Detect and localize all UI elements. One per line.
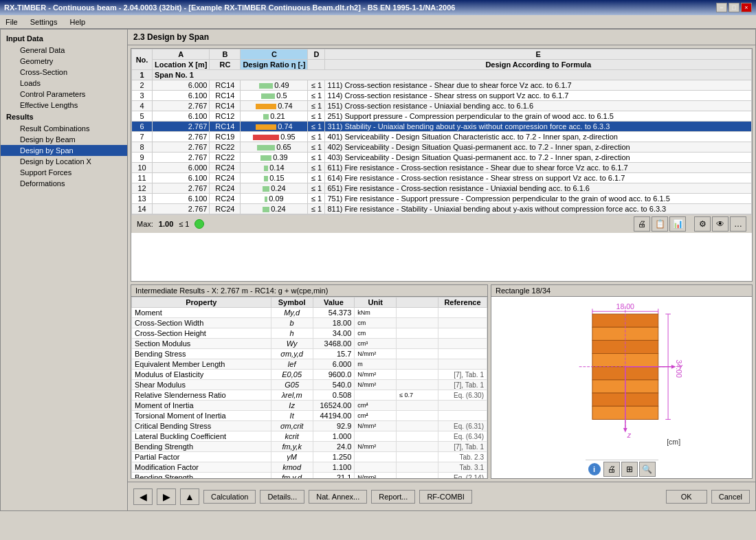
menu-settings[interactable]: Settings	[27, 17, 60, 27]
rf-combi-button[interactable]: RF-COMBI	[419, 490, 471, 504]
title-buttons: − □ ×	[716, 3, 752, 12]
main-container: Input Data General Data Geometry Cross-S…	[0, 29, 756, 511]
sidebar-item-design-by-beam[interactable]: Design by Beam	[1, 134, 127, 145]
row-no: 5	[132, 111, 153, 122]
cs-print-icon[interactable]: 🖨	[603, 462, 620, 477]
sidebar-item-geometry[interactable]: Geometry	[1, 56, 127, 67]
report-button[interactable]: Report...	[371, 490, 415, 504]
table-row[interactable]: 5 6.100 RC12 0.21 ≤ 1 251) Support press…	[132, 111, 752, 122]
row-leq: ≤ 1	[308, 183, 325, 194]
int-unit: N/mm²	[355, 370, 397, 380]
table-row[interactable]: 10 6.000 RC24 0.14 ≤ 1 611) Fire resista…	[132, 163, 752, 173]
col-leq-header	[308, 60, 325, 70]
sidebar-item-loads[interactable]: Loads	[1, 78, 127, 89]
intermediate-table-container[interactable]: Property Symbol Value Unit Reference Mom…	[131, 297, 487, 478]
row-ratio: 0.5	[241, 91, 308, 101]
cs-zoom-icon[interactable]: 🔍	[639, 462, 656, 477]
menu-file[interactable]: File	[3, 17, 21, 27]
row-rc: RC22	[210, 153, 241, 163]
int-extra	[397, 308, 438, 318]
more-icon[interactable]: …	[730, 216, 746, 232]
table-row[interactable]: 6 2.767 RC14 0.74 ≤ 1 311) Stability - U…	[132, 122, 752, 132]
export-icon[interactable]: 📋	[652, 216, 668, 232]
minimize-button[interactable]: −	[716, 3, 727, 12]
intermediate-row: Shear Modulus G05 540.0 N/mm² [7], Tab. …	[132, 380, 487, 390]
table-row[interactable]: 12 2.767 RC24 0.24 ≤ 1 651) Fire resista…	[132, 183, 752, 194]
maximize-button[interactable]: □	[729, 3, 740, 12]
settings-icon[interactable]: ⚙	[694, 216, 711, 232]
int-sym: lef	[271, 359, 313, 370]
close-button[interactable]: ×	[741, 3, 752, 12]
row-location: 2.767	[153, 142, 210, 153]
col-d-header: D	[308, 49, 325, 60]
intermediate-row: Cross-Section Height h 34.00 cm	[132, 328, 487, 339]
sidebar-item-cross-section[interactable]: Cross-Section	[1, 67, 127, 78]
nav-forward-button[interactable]: ▶	[157, 488, 176, 505]
int-val: 24.0	[313, 442, 355, 452]
table-row[interactable]: 7 2.767 RC19 0.95 ≤ 1 401) Serviceabilit…	[132, 132, 752, 142]
int-extra	[397, 380, 438, 390]
info-icon[interactable]: i	[588, 463, 601, 475]
int-col-property: Property	[132, 297, 271, 308]
int-sym: σm,y,d	[271, 349, 313, 359]
table-row[interactable]: 3 6.100 RC14 0.5 ≤ 1 114) Cross-section …	[132, 91, 752, 101]
span-label: Span No. 1	[153, 70, 752, 80]
section-title: 2.3 Design by Span	[128, 30, 755, 45]
sidebar-item-general-data[interactable]: General Data	[1, 45, 127, 56]
calculation-button[interactable]: Calculation	[203, 490, 256, 504]
nav-back-button[interactable]: ◀	[133, 488, 153, 505]
row-no: 11	[132, 173, 153, 183]
int-unit	[355, 431, 397, 442]
details-button[interactable]: Details...	[260, 490, 304, 504]
int-ref	[438, 328, 487, 339]
row-no: 9	[132, 153, 153, 163]
int-sym: G05	[271, 380, 313, 390]
intermediate-row: Modulus of Elasticity E0,05 9600.0 N/mm²…	[132, 370, 487, 380]
sidebar-item-support-forces[interactable]: Support Forces	[1, 167, 127, 178]
sidebar-item-deformations[interactable]: Deformations	[1, 178, 127, 189]
print-icon[interactable]: 🖨	[634, 216, 650, 232]
row-formula: 614) Fire resistance - Cross-section res…	[325, 173, 752, 183]
int-val: 6.000	[313, 359, 355, 370]
int-ref	[438, 359, 487, 370]
table-row[interactable]: 11 6.100 RC24 0.15 ≤ 1 614) Fire resista…	[132, 173, 752, 183]
sidebar-item-result-combinations[interactable]: Result Combinations	[1, 123, 127, 134]
int-col-unit: Unit	[355, 297, 397, 308]
int-sym: Iz	[271, 401, 313, 411]
table-row[interactable]: 14 2.767 RC24 0.24 ≤ 1 811) Fire resista…	[132, 204, 752, 214]
sidebar-item-effective-lengths[interactable]: Effective Lengths	[1, 100, 127, 111]
table-row[interactable]: 13 6.100 RC24 0.09 ≤ 1 751) Fire resista…	[132, 194, 752, 204]
row-formula: 114) Cross-section resistance - Shear st…	[325, 91, 752, 101]
table-row[interactable]: 2 6.000 RC14 0.49 ≤ 1 111) Cross-section…	[132, 80, 752, 91]
chart-icon[interactable]: 📊	[669, 216, 686, 232]
svg-text:z: z	[626, 431, 631, 439]
sidebar-section-input: Input Data	[1, 32, 127, 45]
table-row[interactable]: 4 2.767 RC14 0.74 ≤ 1 151) Cross-section…	[132, 101, 752, 111]
int-ref: Eq. (6.31)	[438, 421, 487, 431]
cancel-button[interactable]: Cancel	[711, 490, 750, 504]
upper-table-container[interactable]: No. A B C D E Location X [m] RC Design R…	[131, 48, 753, 282]
menu-help[interactable]: Help	[67, 17, 88, 27]
int-sym: h	[271, 328, 313, 339]
ok-button[interactable]: OK	[666, 490, 707, 504]
cross-section-bottom-icons: i 🖨 ⊞ 🔍	[586, 460, 658, 478]
view-icon[interactable]: 👁	[712, 216, 729, 232]
sidebar-item-control-parameters[interactable]: Control Parameters	[1, 89, 127, 100]
row-leq: ≤ 1	[308, 101, 325, 111]
sidebar-item-design-by-location[interactable]: Design by Location X	[1, 156, 127, 167]
cs-view-icon[interactable]: ⊞	[621, 462, 638, 477]
row-formula: 402) Serviceability - Design Situation Q…	[325, 142, 752, 153]
nav-up-button[interactable]: ▲	[180, 488, 199, 505]
row-no: 2	[132, 80, 153, 91]
intermediate-row: Equivalent Member Length lef 6.000 m	[132, 359, 487, 370]
sidebar-item-design-by-span[interactable]: Design by Span	[1, 145, 127, 156]
int-extra	[397, 411, 438, 421]
table-row[interactable]: 9 2.767 RC22 0.39 ≤ 1 403) Serviceabilit…	[132, 153, 752, 163]
table-row[interactable]: 8 2.767 RC22 0.65 ≤ 1 402) Serviceabilit…	[132, 142, 752, 153]
int-label: Cross-Section Width	[132, 318, 271, 328]
table-row[interactable]: 1Span No. 1	[132, 70, 752, 80]
intermediate-row: Torsional Moment of Inertia It 44194.00 …	[132, 411, 487, 421]
max-row: Max: 1.00 ≤ 1 🖨 📋 📊 ⚙ 👁 …	[131, 214, 752, 233]
nat-annex-button[interactable]: Nat. Annex...	[309, 490, 367, 504]
title-bar: RX-TIMBER - Continuous beam - 2.04.0003 …	[0, 0, 756, 15]
